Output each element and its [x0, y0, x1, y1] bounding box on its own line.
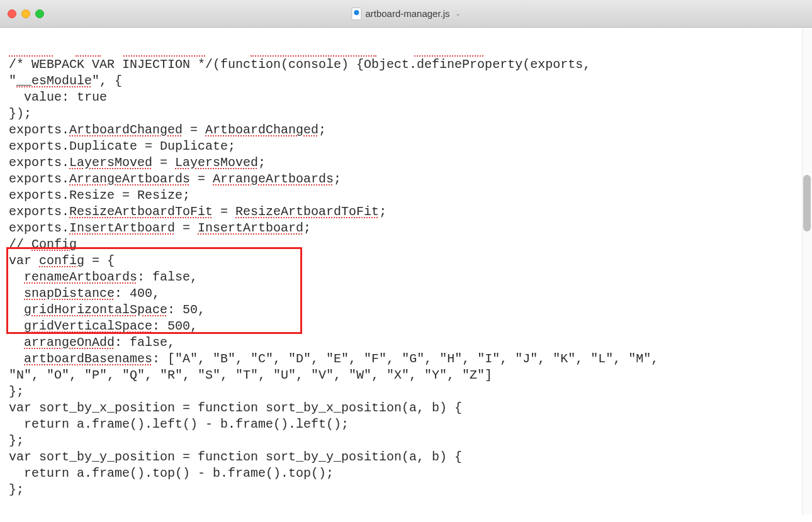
- code-line: artboardBasenames: ["A", "B", "C", "D", …: [9, 351, 812, 367]
- window-titlebar: artboard-manager.js ⌄: [0, 0, 812, 28]
- window-title-group[interactable]: artboard-manager.js ⌄: [351, 8, 460, 20]
- code-line: exports.ResizeArtboardToFit = ResizeArtb…: [9, 204, 812, 220]
- code-line: [9, 39, 812, 57]
- code-line: gridHorizontalSpace: 50,: [9, 302, 812, 318]
- code-line: exports.LayersMoved = LayersMoved;: [9, 155, 812, 171]
- code-line: /* WEBPACK VAR INJECTION */(function(con…: [9, 57, 812, 73]
- traffic-lights: [8, 9, 44, 18]
- scrollbar-thumb[interactable]: [803, 175, 811, 231]
- code-line: return a.frame().left() - b.frame().left…: [9, 416, 812, 433]
- code-line: var sort_by_y_position = function sort_b…: [9, 449, 812, 465]
- code-line: snapDistance: 400,: [9, 286, 812, 302]
- code-line: "__esModule", {: [9, 73, 812, 89]
- window-filename: artboard-manager.js: [365, 8, 449, 19]
- code-editor[interactable]: /* WEBPACK VAR INJECTION */(function(con…: [0, 28, 812, 522]
- close-button[interactable]: [8, 9, 16, 18]
- code-line: exports.InsertArtboard = InsertArtboard;: [9, 220, 812, 236]
- code-line: exports.ArrangeArtboards = ArrangeArtboa…: [9, 171, 812, 187]
- code-line: };: [9, 433, 812, 449]
- file-icon: [351, 8, 361, 20]
- code-line: // Config: [9, 236, 812, 253]
- code-line: "N", "O", "P", "Q", "R", "S", "T", "U", …: [9, 367, 812, 384]
- code-line: var config = {: [9, 253, 812, 269]
- scrollbar-track[interactable]: [802, 28, 812, 514]
- code-line: value: true: [9, 89, 812, 106]
- code-line: renameArtboards: false,: [9, 269, 812, 286]
- code-line: };: [9, 384, 812, 400]
- code-line: };: [9, 482, 812, 498]
- minimize-button[interactable]: [21, 9, 30, 18]
- code-line: exports.Duplicate = Duplicate;: [9, 138, 812, 155]
- code-line: exports.Resize = Resize;: [9, 187, 812, 204]
- code-line: gridVerticalSpace: 500,: [9, 318, 812, 335]
- code-line: return a.frame().top() - b.frame().top()…: [9, 465, 812, 482]
- chevron-down-icon: ⌄: [455, 9, 461, 18]
- code-line: arrangeOnAdd: false,: [9, 335, 812, 351]
- code-line: exports.ArtboardChanged = ArtboardChange…: [9, 122, 812, 138]
- maximize-button[interactable]: [35, 9, 44, 18]
- code-line: var sort_by_x_position = function sort_b…: [9, 400, 812, 416]
- code-line: });: [9, 106, 812, 122]
